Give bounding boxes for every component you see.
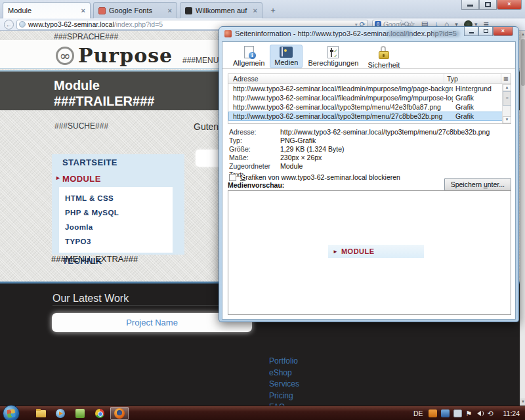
language-indicator[interactable]: DE (413, 410, 423, 417)
nav-item-typo3[interactable]: TYPO3 (59, 234, 173, 249)
column-typ[interactable]: Typ (444, 74, 501, 83)
tab-willkommen[interactable]: Willkommen auf pcsystem... × (180, 2, 262, 18)
page-info-dialog: Seiteninformation - http://www.typo3-62-… (219, 26, 519, 322)
tab-title: Google Fonts (109, 7, 163, 14)
nav-item-php-mysql[interactable]: PHP & MySQL (59, 205, 173, 220)
media-row[interactable]: http://www.typo3-62-seminar.local/filead… (228, 93, 511, 102)
list-scroll-up-icon[interactable]: ▲ (503, 84, 511, 91)
tab-allgemein[interactable]: i Allgemein (229, 45, 268, 68)
footer-link-portfolio[interactable]: Portfolio (269, 356, 299, 368)
site-logo[interactable]: ∞ Purpose (56, 44, 173, 67)
media-row-selected[interactable]: http://www.typo3-62-seminar.local/typo3t… (228, 112, 511, 121)
firefox-taskbar-button[interactable] (110, 407, 129, 420)
back-button[interactable]: ← (4, 20, 14, 30)
windows-logo-icon (7, 409, 16, 418)
dialog-maximize-button[interactable] (478, 27, 493, 36)
network-icon[interactable] (441, 410, 450, 417)
minimize-button[interactable] (461, 0, 479, 10)
site-identity-icon[interactable] (19, 21, 26, 28)
new-tab-button[interactable]: + (265, 4, 281, 16)
nav-item-module[interactable]: ► MODULE (52, 171, 184, 187)
nav-item-html-css[interactable]: HTML & CSS (59, 191, 173, 205)
block-images-checkbox[interactable] (229, 174, 236, 181)
tab-close-icon[interactable]: × (253, 7, 257, 14)
general-info-icon: i (244, 46, 254, 58)
tab-module[interactable]: Module × (3, 2, 91, 18)
dialog-titlebar[interactable]: Seiteninformation - http://www.typo3-62-… (224, 30, 457, 37)
chrome-taskbar-button[interactable] (91, 407, 109, 420)
google-fonts-favicon (98, 7, 106, 14)
detail-label: Größe: (229, 145, 280, 154)
dialog-minimize-button[interactable] (464, 27, 478, 36)
tab-title: Module (8, 7, 76, 14)
volume-icon[interactable] (476, 410, 484, 417)
chrome-icon (95, 409, 104, 418)
app-icon (75, 409, 85, 418)
blurred-page-text (432, 31, 459, 37)
column-picker-icon[interactable]: ▦ (501, 74, 511, 83)
media-player-icon (56, 409, 65, 418)
tab-title: Willkommen auf pcsystem... (196, 7, 248, 14)
start-button[interactable] (3, 405, 20, 420)
scrollbar-thumb[interactable] (521, 39, 525, 86)
list-scroll-down-icon[interactable]: ▼ (503, 116, 511, 123)
tab-sicherheit[interactable]: Sicherheit (364, 45, 404, 68)
list-scroll-thumb[interactable]: ≡ (503, 91, 511, 106)
page-scrollbar[interactable]: ▲ ▼ (520, 31, 525, 406)
logo-text: Purpose (78, 44, 173, 67)
detail-label: Adresse: (229, 128, 280, 136)
app-taskbar-button[interactable] (71, 407, 89, 420)
action-center-flag-icon[interactable]: ⚑ (466, 410, 472, 417)
tab-bar: Module × Google Fonts × Willkommen auf p… (0, 0, 525, 18)
menu-extra-placeholder: ###MENU_EXTRA### (51, 254, 138, 264)
save-as-button[interactable]: Speichern unter... (444, 178, 511, 191)
dialog-body: i Allgemein Medien ✓✓ Berechtigungen Sic… (222, 41, 516, 320)
tab-google-fonts[interactable]: Google Fonts × (93, 2, 177, 18)
nav-item-joomla[interactable]: Joomla (59, 220, 173, 234)
greeting-text: Guten (194, 121, 219, 132)
media-preview-label: Medienvorschau: (228, 181, 284, 189)
system-tray: DE ⚑ ⟲ 11:24 (413, 406, 522, 420)
url-host: www.typo3-62-seminar.local (28, 20, 114, 28)
list-scrollbar[interactable]: ▲ ≡ ▼ (502, 84, 511, 123)
detail-value-zugeordneter-text: Module (280, 162, 303, 171)
media-row[interactable]: http://www.typo3-62-seminar.local/filead… (228, 84, 511, 93)
column-adresse[interactable]: Adresse (228, 74, 444, 83)
sync-icon[interactable]: ⟲ (488, 410, 495, 417)
main-navigation: STARTSEITE ► MODULE HTML & CSS PHP & MyS… (52, 154, 184, 255)
dialog-close-button[interactable]: × (493, 27, 513, 36)
explorer-taskbar-button[interactable] (32, 407, 50, 420)
media-details: Adresse:http://www.typo3-62-seminar.loca… (229, 128, 490, 171)
tab-berechtigungen[interactable]: ✓✓ Berechtigungen (304, 45, 362, 68)
detail-label: Zugeordneter Text: (229, 162, 280, 171)
clock[interactable]: 11:24 (503, 410, 520, 417)
latest-work-heading: Our Latest Work (52, 293, 129, 304)
media-preview-pane: ► MODULE (228, 190, 511, 315)
desktop: Module × Google Fonts × Willkommen auf p… (0, 0, 525, 420)
footer-link-eshop[interactable]: eShop (269, 368, 299, 379)
display-icon[interactable] (453, 410, 462, 417)
close-button[interactable]: × (497, 0, 522, 10)
tab-close-icon[interactable]: × (168, 7, 172, 14)
media-row[interactable]: http://www.typo3-62-seminar.local/typo3t… (228, 102, 511, 112)
scroll-up-icon[interactable]: ▲ (520, 31, 525, 38)
permissions-icon: ✓✓ (327, 46, 339, 58)
suche-placeholder: ###SUCHE### (54, 121, 108, 131)
detail-value-groesse: 1,29 KB (1.324 Byte) (280, 145, 344, 154)
preview-image-text: MODULE (341, 247, 375, 255)
tray-app-icon[interactable] (429, 410, 437, 417)
tab-close-icon[interactable]: × (81, 7, 85, 14)
blurred-page-text (387, 31, 412, 37)
scroll-down-icon[interactable]: ▼ (520, 398, 525, 406)
footer-link-services[interactable]: Services (269, 379, 299, 390)
infinity-logo-icon: ∞ (56, 47, 74, 65)
media-icon (280, 47, 293, 58)
tab-medien[interactable]: Medien (270, 45, 303, 68)
media-player-taskbar-button[interactable] (51, 407, 70, 420)
footer-links: Portfolio eShop Services Pricing FAQ (269, 356, 299, 406)
nav-item-startseite[interactable]: STARTSEITE (52, 154, 184, 171)
footer-link-pricing[interactable]: Pricing (269, 390, 299, 402)
maximize-button[interactable] (479, 0, 497, 10)
media-list: Adresse Typ ▦ http://www.typo3-62-semina… (228, 74, 511, 124)
detail-value-typ: PNG-Grafik (280, 136, 316, 145)
